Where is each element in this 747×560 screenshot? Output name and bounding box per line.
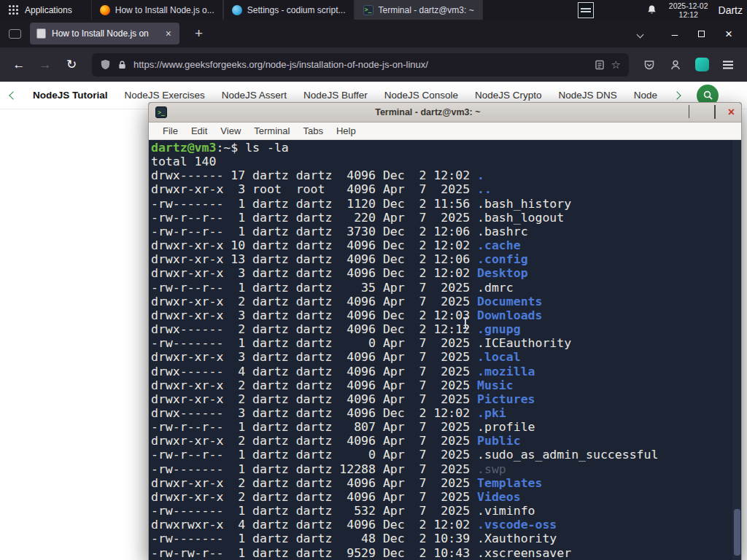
taskbar-item-firefox[interactable]: How to Install Node.js o...: [91, 0, 223, 20]
list-all-tabs-button[interactable]: [638, 27, 643, 40]
browser-window-controls: – ×: [672, 27, 741, 40]
terminal-line: drwxrwxr-x 4 dartz dartz 4096 Dec 2 12:0…: [151, 518, 741, 532]
applications-menu[interactable]: Applications: [0, 0, 81, 20]
terminal-line: total 140: [151, 155, 741, 168]
extension-button[interactable]: [690, 53, 713, 77]
back-button[interactable]: ←: [7, 53, 31, 77]
search-icon: [703, 90, 713, 101]
chevron-up-icon: [689, 105, 689, 118]
terminal-line: drwxr-xr-x 3 dartz dartz 4096 Dec 2 12:0…: [151, 266, 741, 280]
tab-bar: How to Install Node.js on × + – ×: [0, 20, 747, 47]
nav-item-nodejs-dns[interactable]: NodeJS DNS: [559, 90, 617, 101]
terminal-line: dartz@vm3:~$ ls -la: [151, 141, 741, 155]
browser-close-button[interactable]: ×: [725, 28, 732, 40]
hamburger-icon: [723, 64, 733, 66]
menu-file[interactable]: File: [156, 125, 185, 136]
terminal-line: drwxr-xr-x 2 dartz dartz 4096 Apr 7 2025…: [151, 392, 741, 406]
terminal-line: -rw-r--r-- 1 dartz dartz 807 Apr 7 2025 …: [151, 420, 741, 434]
terminal-window-controls: ×: [689, 106, 735, 119]
taskbar-item-label: Terminal - dartz@vm3: ~: [379, 5, 474, 15]
nav-item-nodejs-tutorial[interactable]: NodeJS Tutorial: [33, 90, 108, 101]
terminal-line: -rw-r--r-- 1 dartz dartz 35 Apr 7 2025 .…: [151, 281, 741, 295]
applications-grid-icon: [9, 5, 11, 7]
reader-view-icon[interactable]: [595, 60, 605, 70]
menu-help[interactable]: Help: [330, 125, 363, 136]
terminal-output[interactable]: dartz@vm3:~$ ls -latotal 140drwx------ 1…: [149, 140, 741, 560]
terminal-window: >_ Terminal - dartz@vm3: ~ × File Edit V…: [148, 102, 742, 560]
extension-icon: [695, 58, 709, 71]
bookmark-star-icon[interactable]: ☆: [611, 58, 621, 71]
url-text: https://www.geeksforgeeks.org/node-js/in…: [133, 59, 588, 70]
terminal-line: -rw------- 1 dartz dartz 12288 Apr 7 202…: [151, 462, 741, 476]
nav-item-nodejs-buffer[interactable]: NodeJS Buffer: [303, 90, 368, 101]
taskbar-item-label: Settings - codium script...: [247, 5, 346, 15]
terminal-shade-button[interactable]: [689, 106, 689, 119]
url-bar[interactable]: https://www.geeksforgeeks.org/node-js/in…: [92, 53, 629, 77]
terminal-line: drwx------ 2 dartz dartz 4096 Dec 2 12:1…: [151, 322, 741, 336]
terminal-line: -rw-r--r-- 1 dartz dartz 220 Apr 7 2025 …: [151, 211, 741, 225]
tab-close-icon[interactable]: ×: [164, 28, 173, 39]
terminal-scrollbar[interactable]: [732, 140, 741, 560]
nav-scroll-right-button[interactable]: [674, 90, 680, 101]
terminal-scrollbar-thumb[interactable]: [734, 509, 740, 556]
nav-item-nodejs-console[interactable]: NodeJS Console: [384, 90, 458, 101]
browser-minimize-button[interactable]: –: [672, 28, 678, 39]
nav-item-nodejs-exercises[interactable]: NodeJS Exercises: [125, 90, 205, 101]
terminal-title: Terminal - dartz@vm3: ~: [167, 107, 689, 117]
firefox-view-button[interactable]: [9, 29, 21, 39]
chevron-left-icon: [9, 91, 17, 99]
nav-item-nodejs-assert[interactable]: NodeJS Assert: [222, 90, 287, 101]
nav-item-node[interactable]: Node: [634, 90, 657, 101]
menu-edit[interactable]: Edit: [185, 125, 214, 136]
taskbar-item-terminal[interactable]: >_ Terminal - dartz@vm3: ~: [355, 0, 483, 20]
terminal-line: -rw------- 1 dartz dartz 0 Apr 7 2025 .I…: [151, 336, 741, 350]
terminal-line: -rw-r--r-- 1 dartz dartz 3730 Dec 2 12:0…: [151, 225, 741, 238]
page-favicon: [36, 28, 46, 39]
pocket-button[interactable]: [638, 53, 661, 77]
lock-icon[interactable]: [117, 60, 127, 70]
maximize-icon: [714, 105, 716, 119]
nav-scroll-left-button[interactable]: [10, 90, 16, 101]
notifications-button[interactable]: [646, 4, 657, 15]
shield-icon[interactable]: [100, 59, 111, 70]
terminal-line: -rw-rw-r-- 1 dartz dartz 9529 Dec 2 10:4…: [151, 546, 741, 560]
menu-terminal[interactable]: Terminal: [247, 125, 296, 136]
terminal-icon: >_: [363, 5, 374, 15]
nav-item-nodejs-crypto[interactable]: NodeJS Crypto: [475, 90, 542, 101]
terminal-title-bar[interactable]: >_ Terminal - dartz@vm3: ~ ×: [149, 103, 741, 122]
terminal-line: drwx------ 3 dartz dartz 4096 Dec 2 12:0…: [151, 406, 741, 420]
chevron-down-icon: [636, 31, 643, 39]
clock-date: 2025-12-02: [669, 1, 708, 10]
menu-tabs[interactable]: Tabs: [296, 125, 329, 136]
account-button[interactable]: [664, 53, 687, 77]
codium-icon: [232, 5, 242, 15]
terminal-line: drwxr-xr-x 3 root root 4096 Apr 7 2025 .…: [151, 182, 741, 196]
clock-time: 12:12: [669, 10, 708, 19]
taskbar-item-codium[interactable]: Settings - codium script...: [223, 0, 355, 20]
reload-button[interactable]: ↻: [60, 53, 83, 77]
terminal-line: drwxr-xr-x 2 dartz dartz 4096 Apr 7 2025…: [151, 476, 741, 490]
browser-maximize-button[interactable]: [698, 27, 705, 40]
firefox-icon: [100, 5, 110, 15]
user-menu[interactable]: Dartz: [719, 4, 747, 16]
terminal-line: -rw------- 1 dartz dartz 532 Apr 7 2025 …: [151, 504, 741, 518]
terminal-line: drwxr-xr-x 2 dartz dartz 4096 Apr 7 2025…: [151, 434, 741, 448]
terminal-line: -rw------- 1 dartz dartz 1120 Dec 2 11:5…: [151, 197, 741, 211]
terminal-line: drwxr-xr-x 2 dartz dartz 4096 Apr 7 2025…: [151, 378, 741, 392]
terminal-icon: >_: [155, 106, 167, 118]
tray-terminal-icon[interactable]: [578, 2, 594, 18]
menu-button[interactable]: [716, 53, 740, 77]
chevron-right-icon: [673, 91, 681, 99]
menu-view[interactable]: View: [214, 125, 247, 136]
terminal-maximize-button[interactable]: [714, 106, 716, 119]
terminal-line: drwxr-xr-x 10 dartz dartz 4096 Dec 2 12:…: [151, 238, 741, 252]
new-tab-button[interactable]: +: [190, 26, 207, 42]
forward-button[interactable]: →: [34, 53, 57, 77]
browser-tab[interactable]: How to Install Node.js on ×: [30, 23, 179, 44]
account-icon: [670, 59, 681, 71]
terminal-line: -rw------- 1 dartz dartz 48 Dec 2 10:39 …: [151, 532, 741, 545]
terminal-close-button[interactable]: ×: [728, 106, 735, 118]
maximize-icon: [698, 31, 705, 37]
terminal-line: drwx------ 4 dartz dartz 4096 Apr 7 2025…: [151, 365, 741, 378]
clock[interactable]: 2025-12-02 12:12: [669, 1, 708, 19]
